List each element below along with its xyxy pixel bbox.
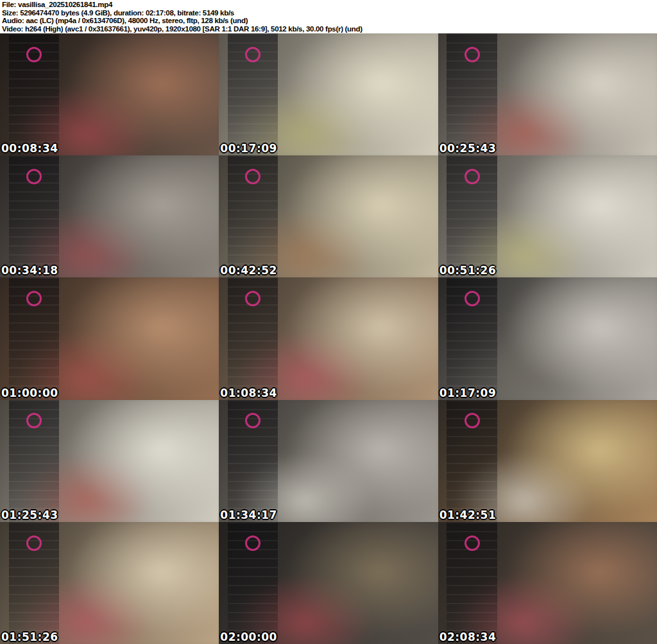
video-thumbnail: 01:34:17 (219, 400, 438, 522)
timer-ring-icon (465, 291, 480, 306)
stream-tipmenu-overlay (447, 155, 497, 277)
seek-timestamp: 00:42:52 (220, 264, 277, 277)
video-thumbnail: 00:25:43 (438, 33, 657, 155)
seek-timestamp: 02:00:00 (220, 631, 277, 644)
timer-ring-icon (26, 291, 42, 306)
stream-tipmenu-overlay (228, 522, 278, 644)
stream-tipmenu-overlay (9, 400, 60, 522)
timer-ring-icon (465, 169, 480, 184)
video-thumbnail: 00:34:18 (0, 155, 219, 277)
stream-tipmenu-overlay (9, 277, 60, 399)
video-thumbnail: 01:42:51 (438, 400, 657, 522)
seek-timestamp: 02:08:34 (439, 631, 497, 644)
video-thumbnail: 01:17:09 (438, 277, 657, 399)
video-thumbnail: 00:42:52 (219, 155, 438, 277)
stream-tipmenu-overlay (447, 400, 497, 522)
timer-ring-icon (26, 413, 42, 428)
video-thumbnail: 00:17:09 (219, 33, 438, 155)
media-info-line: Size: 5296474470 bytes (4.9 GiB), durati… (2, 9, 657, 17)
media-info-line: Video: h264 (High) (avc1 / 0x31637661), … (2, 25, 657, 33)
stream-tipmenu-overlay (447, 277, 497, 399)
stream-tipmenu-overlay (228, 33, 278, 155)
seek-timestamp: 01:51:26 (1, 631, 58, 644)
timer-ring-icon (465, 413, 480, 428)
seek-timestamp: 01:08:34 (220, 387, 277, 400)
stream-tipmenu-overlay (447, 33, 497, 155)
timer-ring-icon (245, 291, 260, 306)
seek-timestamp: 01:34:17 (220, 509, 277, 522)
seek-timestamp: 00:08:34 (1, 142, 58, 155)
seek-timestamp: 00:34:18 (1, 264, 58, 277)
timer-ring-icon (26, 169, 42, 184)
timer-ring-icon (26, 535, 42, 551)
media-info-line: Audio: aac (LC) (mp4a / 0x6134706D), 480… (2, 17, 657, 25)
stream-tipmenu-overlay (447, 522, 497, 644)
stream-tipmenu-overlay (9, 33, 60, 155)
timer-ring-icon (245, 169, 260, 184)
timer-ring-icon (245, 47, 260, 62)
media-info-line: File: vasillisa_202510261841.mp4 (2, 1, 657, 9)
media-info-header: File: vasillisa_202510261841.mp4Size: 52… (0, 0, 657, 33)
thumbnail-grid: 00:08:34 00:17:09 00:25:43 00:34:18 00:4… (0, 33, 657, 644)
stream-tipmenu-overlay (9, 522, 60, 644)
seek-timestamp: 00:17:09 (220, 142, 277, 155)
timer-ring-icon (465, 535, 480, 551)
seek-timestamp: 01:25:43 (1, 509, 58, 522)
stream-tipmenu-overlay (228, 277, 278, 399)
stream-tipmenu-overlay (228, 400, 278, 522)
video-thumbnail: 01:51:26 (0, 522, 219, 644)
seek-timestamp: 00:51:26 (439, 264, 497, 277)
video-thumbnail: 00:51:26 (438, 155, 657, 277)
video-thumbnail: 02:08:34 (438, 522, 657, 644)
timer-ring-icon (245, 413, 260, 428)
seek-timestamp: 01:42:51 (439, 509, 497, 522)
seek-timestamp: 01:00:00 (1, 387, 58, 400)
timer-ring-icon (245, 535, 260, 551)
seek-timestamp: 00:25:43 (439, 142, 497, 155)
timer-ring-icon (26, 47, 42, 62)
video-thumbnail: 01:00:00 (0, 277, 219, 399)
video-thumbnail: 00:08:34 (0, 33, 219, 155)
seek-timestamp: 01:17:09 (439, 387, 497, 400)
video-thumbnail: 01:08:34 (219, 277, 438, 399)
stream-tipmenu-overlay (228, 155, 278, 277)
video-thumbnail: 01:25:43 (0, 400, 219, 522)
video-thumbnail: 02:00:00 (219, 522, 438, 644)
timer-ring-icon (465, 47, 480, 62)
stream-tipmenu-overlay (9, 155, 60, 277)
